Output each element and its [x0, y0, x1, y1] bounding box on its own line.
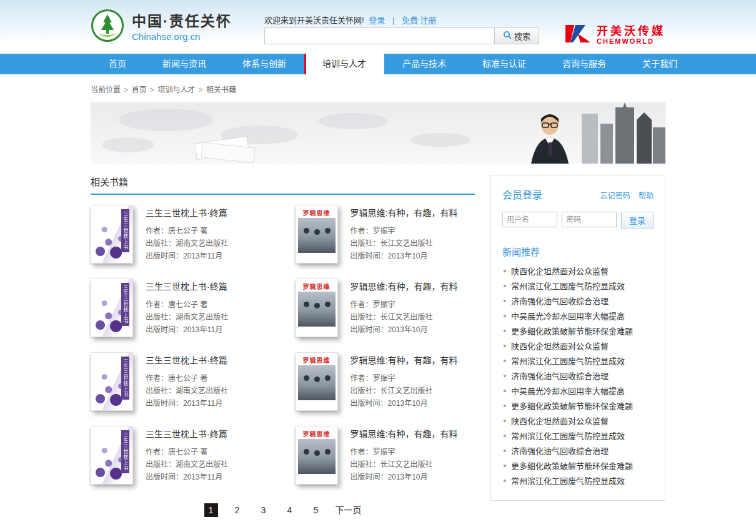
- next-page-button[interactable]: 下一页: [336, 503, 362, 517]
- book-date: 出版时间：2013年11月: [146, 471, 228, 483]
- search-button[interactable]: 搜索: [494, 27, 539, 44]
- password-input[interactable]: [562, 212, 617, 227]
- news-item[interactable]: 常州滨江化工园废气防控显成效: [502, 474, 654, 489]
- nav-item-7[interactable]: 咨询与服务: [544, 54, 624, 74]
- book-author: 作者：唐七公子 著: [146, 446, 228, 458]
- book-author: 作者：罗振宇: [351, 446, 458, 458]
- site-logo-group[interactable]: 中国·责任关怀 Chinahse.org.cn: [91, 9, 232, 45]
- news-item[interactable]: 陕西化企坦然面对公众监督: [502, 414, 654, 429]
- book-title[interactable]: 罗辑思维:有种，有趣，有料: [351, 206, 458, 219]
- breadcrumb-item[interactable]: 培训与人才: [157, 86, 195, 94]
- book-date: 出版时间：2013年10月: [351, 471, 458, 483]
- banner-image: [91, 102, 665, 164]
- book-title[interactable]: 罗辑思维:有种，有趣，有料: [351, 427, 458, 440]
- section-title: 相关书籍: [91, 175, 475, 195]
- nav-item-5[interactable]: 产品与技术: [384, 54, 464, 74]
- book-title[interactable]: 罗辑思维:有种，有趣，有料: [351, 280, 458, 292]
- nav-item-2[interactable]: 新闻与资讯: [144, 54, 224, 74]
- site-title: 中国·责任关怀: [132, 12, 232, 30]
- news-item[interactable]: 济南强化油气回收综合治理: [502, 369, 654, 384]
- book-publisher: 出版社：湖南文艺出版社: [146, 311, 228, 323]
- book-item: 三生三世枕上书三生三世枕上书·终篇作者：唐七公子 著出版社：湖南文艺出版社出版时…: [91, 205, 271, 264]
- nav-item-3[interactable]: 体系与创新: [224, 54, 304, 74]
- book-title[interactable]: 三生三世枕上书·终篇: [146, 353, 228, 366]
- link-separator: |: [392, 16, 394, 25]
- book-title[interactable]: 三生三世枕上书·终篇: [146, 280, 228, 292]
- book-title[interactable]: 三生三世枕上书·终篇: [146, 206, 228, 219]
- book-publisher: 出版社：湖南文艺出版社: [146, 385, 228, 397]
- news-item[interactable]: 更多细化政策破解节能环保金难题: [502, 459, 654, 474]
- help-link[interactable]: 帮助: [639, 192, 654, 200]
- breadcrumb-prefix: 当前位置: [91, 86, 121, 94]
- book-title[interactable]: 三生三世枕上书·终篇: [146, 427, 228, 440]
- book-cover-label: 三生三世枕上书: [121, 430, 129, 473]
- welcome-text: 欢迎来到开美沃责任关怀网!: [264, 16, 364, 25]
- book-cover-image[interactable]: 罗辑思维: [296, 205, 338, 264]
- news-item[interactable]: 中昊晨光冷却水回用率大幅提高: [502, 384, 654, 399]
- nav-item-6[interactable]: 标准与认证: [464, 54, 544, 74]
- book-cover-label: 三生三世枕上书: [121, 283, 129, 326]
- news-item[interactable]: 更多细化政策破解节能环保金难题: [502, 324, 654, 339]
- news-item[interactable]: 更多细化政策破解节能环保金难题: [502, 399, 654, 414]
- nav-item-8[interactable]: 关于我们: [624, 54, 695, 74]
- book-title[interactable]: 罗辑思维:有种，有趣，有料: [351, 353, 458, 366]
- book-date: 出版时间：2013年11月: [146, 250, 228, 262]
- book-item: 三生三世枕上书三生三世枕上书·终篇作者：唐七公子 著出版社：湖南文艺出版社出版时…: [91, 426, 271, 485]
- search-button-label: 搜索: [514, 30, 530, 42]
- site-domain: Chinahse.org.cn: [132, 31, 232, 42]
- breadcrumb-item[interactable]: 首页: [132, 86, 147, 94]
- page-button-5[interactable]: 5: [309, 503, 323, 517]
- book-cover-image[interactable]: 三生三世枕上书: [91, 426, 133, 485]
- book-info: 三生三世枕上书·终篇作者：唐七公子 著出版社：湖南文艺出版社出版时间：2013年…: [146, 352, 228, 411]
- nav-item-4[interactable]: 培训与人才: [304, 54, 384, 74]
- book-cover-image[interactable]: 三生三世枕上书: [91, 205, 133, 264]
- news-item[interactable]: 济南强化油气回收综合治理: [502, 294, 654, 309]
- news-item[interactable]: 陕西化企坦然面对公众监督: [502, 264, 654, 279]
- welcome-row: 欢迎来到开美沃责任关怀网! 登录 | 免费 注册: [264, 14, 439, 26]
- page-button-1[interactable]: 1: [204, 503, 218, 517]
- book-cover-image[interactable]: 罗辑思维: [296, 426, 338, 485]
- partner-name-en: CHEMWORLD: [597, 37, 665, 45]
- news-item[interactable]: 陕西化企坦然面对公众监督: [502, 339, 654, 354]
- page-button-2[interactable]: 2: [231, 503, 244, 517]
- book-date: 出版时间：2013年10月: [351, 323, 458, 336]
- book-cover-image[interactable]: 三生三世枕上书: [91, 278, 133, 337]
- news-item[interactable]: 常州滨江化工园废气防控显成效: [502, 354, 654, 369]
- news-list: 陕西化企坦然面对公众监督常州滨江化工园废气防控显成效济南强化油气回收综合治理中昊…: [502, 264, 654, 489]
- book-cover-label: 三生三世枕上书: [121, 357, 129, 400]
- username-input[interactable]: [502, 212, 557, 227]
- book-info: 罗辑思维:有种，有趣，有料作者：罗振宇出版社：长江文艺出版社出版时间：2013年…: [351, 278, 458, 337]
- book-item: 三生三世枕上书三生三世枕上书·终篇作者：唐七公子 著出版社：湖南文艺出版社出版时…: [91, 352, 271, 411]
- book-author: 作者：唐七公子 著: [146, 298, 228, 311]
- register-link[interactable]: 免费 注册: [402, 16, 437, 25]
- search-icon: [503, 31, 512, 41]
- breadcrumb: 当前位置 > 首页 > 培训与人才 > 相关书籍: [91, 84, 665, 94]
- news-item[interactable]: 济南强化油气回收综合治理: [502, 444, 654, 459]
- page-button-4[interactable]: 4: [283, 503, 297, 517]
- book-publisher: 出版社：长江文艺出版社: [351, 458, 458, 471]
- nav-item-1[interactable]: 首页: [91, 54, 144, 74]
- breadcrumb-separator: >: [196, 86, 205, 94]
- search-input[interactable]: [264, 27, 494, 44]
- book-author: 作者：罗振宇: [351, 298, 458, 311]
- book-cover-image[interactable]: 罗辑思维: [296, 352, 338, 411]
- book-cover-image[interactable]: 三生三世枕上书: [91, 352, 133, 411]
- books-section: 相关书籍 三生三世枕上书三生三世枕上书·终篇作者：唐七公子 著出版社：湖南文艺出…: [91, 175, 475, 517]
- news-item[interactable]: 中昊晨光冷却水回用率大幅提高: [502, 309, 654, 324]
- news-item[interactable]: 常州滨江化工园废气防控显成效: [502, 279, 654, 294]
- login-form: 登录: [502, 212, 654, 229]
- login-link[interactable]: 登录: [369, 16, 385, 25]
- book-cover-image[interactable]: 罗辑思维: [296, 278, 338, 337]
- book-item: 罗辑思维罗辑思维:有种，有趣，有料作者：罗振宇出版社：长江文艺出版社出版时间：2…: [296, 352, 475, 411]
- book-info: 罗辑思维:有种，有趣，有料作者：罗振宇出版社：长江文艺出版社出版时间：2013年…: [351, 205, 458, 264]
- breadcrumb-item[interactable]: 相关书籍: [206, 86, 236, 94]
- book-date: 出版时间：2013年11月: [146, 323, 228, 336]
- book-cover-label: 罗辑思维: [296, 429, 337, 438]
- forgot-password-link[interactable]: 忘记密码: [600, 192, 630, 200]
- login-button[interactable]: 登录: [621, 212, 654, 229]
- news-item[interactable]: 常州滨江化工园废气防控显成效: [502, 429, 654, 444]
- book-item: 三生三世枕上书三生三世枕上书·终篇作者：唐七公子 著出版社：湖南文艺出版社出版时…: [91, 278, 271, 337]
- page-button-3[interactable]: 3: [257, 503, 271, 517]
- book-publisher: 出版社：湖南文艺出版社: [146, 237, 228, 250]
- breadcrumb-items: > 首页 > 培训与人才 > 相关书籍: [121, 86, 236, 94]
